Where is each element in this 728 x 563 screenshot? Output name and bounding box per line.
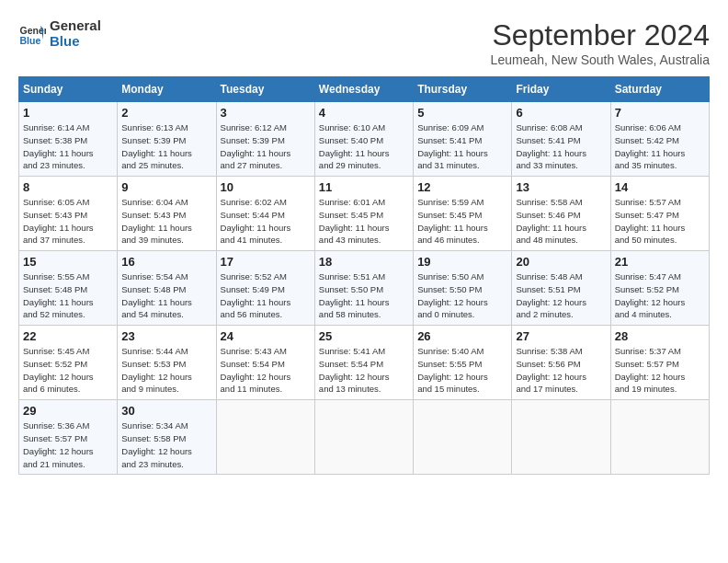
day-info: Sunrise: 6:14 AM Sunset: 5:38 PM Dayligh…	[23, 121, 113, 172]
day-info: Sunrise: 6:13 AM Sunset: 5:39 PM Dayligh…	[121, 121, 211, 172]
day-info: Sunrise: 5:47 AM Sunset: 5:52 PM Dayligh…	[615, 270, 705, 321]
calendar-cell: 5Sunrise: 6:09 AM Sunset: 5:41 PM Daylig…	[414, 102, 512, 177]
calendar-cell: 26Sunrise: 5:40 AM Sunset: 5:55 PM Dayli…	[414, 326, 512, 400]
weekday-header-saturday: Saturday	[610, 77, 709, 102]
weekday-header-tuesday: Tuesday	[216, 77, 314, 102]
calendar-cell: 24Sunrise: 5:43 AM Sunset: 5:54 PM Dayli…	[216, 326, 314, 400]
weekday-header-monday: Monday	[118, 77, 216, 102]
location-subtitle: Leumeah, New South Wales, Australia	[491, 52, 710, 67]
calendar-cell	[314, 400, 413, 475]
day-info: Sunrise: 6:01 AM Sunset: 5:45 PM Dayligh…	[319, 196, 409, 247]
day-info: Sunrise: 5:37 AM Sunset: 5:57 PM Dayligh…	[615, 345, 705, 396]
day-info: Sunrise: 5:44 AM Sunset: 5:53 PM Dayligh…	[121, 345, 211, 396]
day-info: Sunrise: 5:55 AM Sunset: 5:48 PM Dayligh…	[23, 270, 113, 321]
day-number: 22	[23, 329, 113, 343]
calendar-cell: 18Sunrise: 5:51 AM Sunset: 5:50 PM Dayli…	[314, 251, 413, 326]
title-block: September 2024 Leumeah, New South Wales,…	[491, 18, 710, 67]
day-number: 6	[516, 106, 606, 120]
calendar-cell: 15Sunrise: 5:55 AM Sunset: 5:48 PM Dayli…	[19, 251, 118, 326]
calendar-cell: 13Sunrise: 5:58 AM Sunset: 5:46 PM Dayli…	[512, 177, 610, 251]
day-number: 23	[121, 329, 211, 343]
calendar-cell: 11Sunrise: 6:01 AM Sunset: 5:45 PM Dayli…	[314, 177, 413, 251]
day-number: 11	[319, 180, 409, 194]
day-number: 17	[221, 255, 311, 269]
weekday-header-thursday: Thursday	[414, 77, 512, 102]
day-number: 10	[221, 180, 311, 194]
day-number: 8	[23, 180, 113, 194]
calendar-cell: 3Sunrise: 6:12 AM Sunset: 5:39 PM Daylig…	[216, 102, 314, 177]
calendar-cell: 23Sunrise: 5:44 AM Sunset: 5:53 PM Dayli…	[118, 326, 216, 400]
calendar-cell: 6Sunrise: 6:08 AM Sunset: 5:41 PM Daylig…	[512, 102, 610, 177]
day-number: 28	[615, 329, 705, 343]
logo-line1: General	[50, 18, 101, 34]
calendar-cell	[216, 400, 314, 475]
day-info: Sunrise: 6:09 AM Sunset: 5:41 PM Dayligh…	[417, 121, 507, 172]
day-number: 19	[417, 255, 507, 269]
calendar-cell: 16Sunrise: 5:54 AM Sunset: 5:48 PM Dayli…	[118, 251, 216, 326]
calendar-cell: 4Sunrise: 6:10 AM Sunset: 5:40 PM Daylig…	[314, 102, 413, 177]
calendar-cell: 28Sunrise: 5:37 AM Sunset: 5:57 PM Dayli…	[610, 326, 709, 400]
day-number: 5	[417, 106, 507, 120]
calendar-cell: 17Sunrise: 5:52 AM Sunset: 5:49 PM Dayli…	[216, 251, 314, 326]
day-number: 26	[417, 329, 507, 343]
logo: General Blue General Blue	[18, 18, 101, 49]
calendar-cell: 14Sunrise: 5:57 AM Sunset: 5:47 PM Dayli…	[610, 177, 709, 251]
day-info: Sunrise: 6:10 AM Sunset: 5:40 PM Dayligh…	[319, 121, 409, 172]
day-number: 4	[319, 106, 409, 120]
calendar-cell	[414, 400, 512, 475]
day-info: Sunrise: 6:12 AM Sunset: 5:39 PM Dayligh…	[221, 121, 311, 172]
calendar-cell: 21Sunrise: 5:47 AM Sunset: 5:52 PM Dayli…	[610, 251, 709, 326]
calendar-cell	[512, 400, 610, 475]
day-info: Sunrise: 5:52 AM Sunset: 5:49 PM Dayligh…	[221, 270, 311, 321]
calendar-cell: 20Sunrise: 5:48 AM Sunset: 5:51 PM Dayli…	[512, 251, 610, 326]
calendar-cell: 27Sunrise: 5:38 AM Sunset: 5:56 PM Dayli…	[512, 326, 610, 400]
day-info: Sunrise: 5:58 AM Sunset: 5:46 PM Dayligh…	[516, 196, 606, 247]
calendar-cell: 19Sunrise: 5:50 AM Sunset: 5:50 PM Dayli…	[414, 251, 512, 326]
day-info: Sunrise: 5:41 AM Sunset: 5:54 PM Dayligh…	[319, 345, 409, 396]
calendar-cell: 7Sunrise: 6:06 AM Sunset: 5:42 PM Daylig…	[610, 102, 709, 177]
calendar-cell	[610, 400, 709, 475]
page-header: General Blue General Blue September 2024…	[18, 18, 710, 67]
day-info: Sunrise: 5:36 AM Sunset: 5:57 PM Dayligh…	[23, 419, 113, 470]
day-info: Sunrise: 5:48 AM Sunset: 5:51 PM Dayligh…	[516, 270, 606, 321]
day-info: Sunrise: 5:57 AM Sunset: 5:47 PM Dayligh…	[615, 196, 705, 247]
calendar-cell: 8Sunrise: 6:05 AM Sunset: 5:43 PM Daylig…	[19, 177, 118, 251]
day-number: 29	[23, 404, 113, 418]
day-info: Sunrise: 5:50 AM Sunset: 5:50 PM Dayligh…	[417, 270, 507, 321]
day-number: 21	[615, 255, 705, 269]
calendar-cell: 1Sunrise: 6:14 AM Sunset: 5:38 PM Daylig…	[19, 102, 118, 177]
day-info: Sunrise: 6:02 AM Sunset: 5:44 PM Dayligh…	[221, 196, 311, 247]
day-number: 2	[121, 106, 211, 120]
day-number: 18	[319, 255, 409, 269]
day-info: Sunrise: 5:54 AM Sunset: 5:48 PM Dayligh…	[121, 270, 211, 321]
day-number: 7	[615, 106, 705, 120]
calendar-cell: 30Sunrise: 5:34 AM Sunset: 5:58 PM Dayli…	[118, 400, 216, 475]
calendar-table: SundayMondayTuesdayWednesdayThursdayFrid…	[18, 76, 710, 475]
calendar-cell: 10Sunrise: 6:02 AM Sunset: 5:44 PM Dayli…	[216, 177, 314, 251]
day-info: Sunrise: 5:59 AM Sunset: 5:45 PM Dayligh…	[417, 196, 507, 247]
day-number: 14	[615, 180, 705, 194]
day-number: 12	[417, 180, 507, 194]
weekday-header-sunday: Sunday	[19, 77, 118, 102]
day-info: Sunrise: 5:38 AM Sunset: 5:56 PM Dayligh…	[516, 345, 606, 396]
day-number: 27	[516, 329, 606, 343]
calendar-cell: 25Sunrise: 5:41 AM Sunset: 5:54 PM Dayli…	[314, 326, 413, 400]
day-number: 16	[121, 255, 211, 269]
day-info: Sunrise: 6:08 AM Sunset: 5:41 PM Dayligh…	[516, 121, 606, 172]
weekday-header-friday: Friday	[512, 77, 610, 102]
calendar-cell: 22Sunrise: 5:45 AM Sunset: 5:52 PM Dayli…	[19, 326, 118, 400]
day-info: Sunrise: 6:04 AM Sunset: 5:43 PM Dayligh…	[121, 196, 211, 247]
svg-text:Blue: Blue	[20, 34, 41, 45]
day-number: 30	[121, 404, 211, 418]
day-info: Sunrise: 5:40 AM Sunset: 5:55 PM Dayligh…	[417, 345, 507, 396]
day-number: 9	[121, 180, 211, 194]
day-info: Sunrise: 5:34 AM Sunset: 5:58 PM Dayligh…	[121, 419, 211, 470]
day-number: 1	[23, 106, 113, 120]
day-number: 24	[221, 329, 311, 343]
day-info: Sunrise: 6:06 AM Sunset: 5:42 PM Dayligh…	[615, 121, 705, 172]
weekday-header-wednesday: Wednesday	[314, 77, 413, 102]
day-info: Sunrise: 6:05 AM Sunset: 5:43 PM Dayligh…	[23, 196, 113, 247]
month-title: September 2024	[491, 18, 710, 52]
day-info: Sunrise: 5:43 AM Sunset: 5:54 PM Dayligh…	[221, 345, 311, 396]
calendar-cell: 9Sunrise: 6:04 AM Sunset: 5:43 PM Daylig…	[118, 177, 216, 251]
